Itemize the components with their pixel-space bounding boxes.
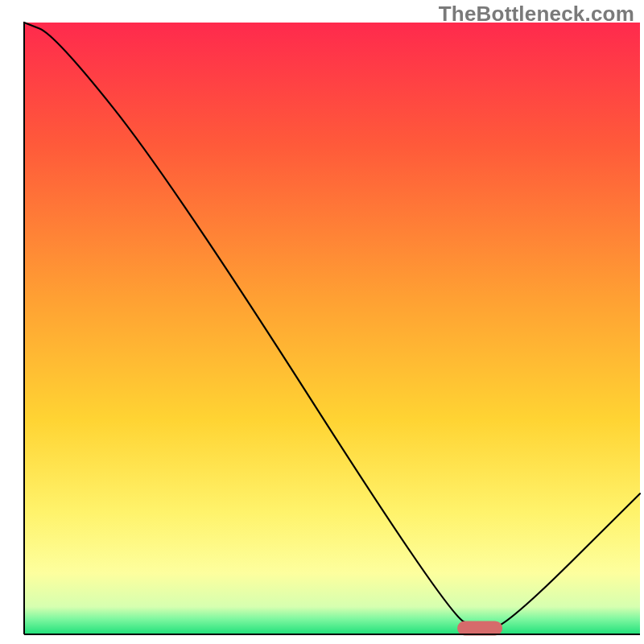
bottleneck-chart: TheBottleneck.com [0,0,644,644]
optimal-marker [457,621,502,635]
chart-svg [0,0,644,644]
plot-background [24,23,640,634]
